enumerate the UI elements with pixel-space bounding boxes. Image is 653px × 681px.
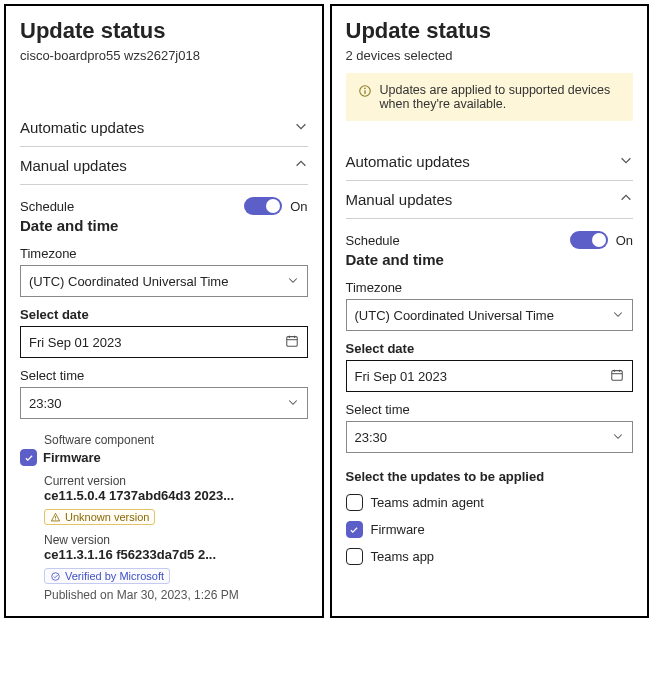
select-date-label: Select date — [346, 341, 634, 356]
unknown-version-badge: Unknown version — [44, 509, 155, 525]
select-date-label: Select date — [20, 307, 308, 322]
apply-updates-header: Select the updates to be applied — [346, 469, 634, 484]
chevron-down-icon — [294, 119, 308, 136]
time-select[interactable]: 23:30 — [346, 421, 634, 453]
calendar-icon — [285, 334, 299, 351]
section-label-automatic: Automatic updates — [20, 119, 144, 136]
software-component-label: Software component — [44, 433, 308, 447]
panel-single-device: Update status cisco-boardpro55 wzs2627j0… — [4, 4, 324, 618]
svg-rect-0 — [286, 336, 297, 346]
timezone-label: Timezone — [346, 280, 634, 295]
timezone-select[interactable]: (UTC) Coordinated Universal Time — [20, 265, 308, 297]
teams-admin-agent-label: Teams admin agent — [371, 495, 484, 510]
date-value: Fri Sep 01 2023 — [29, 335, 122, 350]
firmware-checkbox[interactable] — [346, 521, 363, 538]
chevron-down-icon — [287, 396, 299, 411]
page-title: Update status — [20, 18, 308, 44]
component-name: Firmware — [43, 450, 101, 465]
info-icon — [358, 84, 372, 98]
timezone-value: (UTC) Coordinated Universal Time — [29, 274, 228, 289]
date-value: Fri Sep 01 2023 — [355, 369, 448, 384]
section-label-manual: Manual updates — [346, 191, 453, 208]
new-version-label: New version — [44, 533, 308, 547]
section-label-automatic: Automatic updates — [346, 153, 470, 170]
select-time-label: Select time — [20, 368, 308, 383]
time-select[interactable]: 23:30 — [20, 387, 308, 419]
date-time-heading: Date and time — [20, 217, 308, 234]
chevron-down-icon — [619, 153, 633, 170]
current-version-value: ce11.5.0.4 1737abd64d3 2023... — [44, 488, 234, 503]
verified-badge: Verified by Microsoft — [44, 568, 170, 584]
teams-app-checkbox[interactable] — [346, 548, 363, 565]
panel-multi-device: Update status 2 devices selected Updates… — [330, 4, 650, 618]
time-value: 23:30 — [355, 430, 388, 445]
section-manual-updates[interactable]: Manual updates — [20, 147, 308, 185]
info-banner: Updates are applied to supported devices… — [346, 73, 634, 121]
published-date: Published on Mar 30, 2023, 1:26 PM — [44, 588, 308, 602]
schedule-status: On — [616, 233, 633, 248]
device-name: cisco-boardpro55 wzs2627j018 — [20, 48, 308, 63]
date-input[interactable]: Fri Sep 01 2023 — [20, 326, 308, 358]
banner-text: Updates are applied to supported devices… — [380, 83, 622, 111]
svg-point-8 — [364, 88, 366, 90]
timezone-label: Timezone — [20, 246, 308, 261]
schedule-status: On — [290, 199, 307, 214]
verified-icon — [50, 571, 61, 582]
date-input[interactable]: Fri Sep 01 2023 — [346, 360, 634, 392]
date-time-heading: Date and time — [346, 251, 634, 268]
device-count: 2 devices selected — [346, 48, 634, 63]
section-automatic-updates[interactable]: Automatic updates — [346, 143, 634, 181]
chevron-down-icon — [287, 274, 299, 289]
new-version-value: ce11.3.1.16 f56233da7d5 2... — [44, 547, 216, 562]
current-version-label: Current version — [44, 474, 308, 488]
firmware-label: Firmware — [371, 522, 425, 537]
calendar-icon — [610, 368, 624, 385]
time-value: 23:30 — [29, 396, 62, 411]
section-label-manual: Manual updates — [20, 157, 127, 174]
chevron-up-icon — [294, 157, 308, 174]
chevron-up-icon — [619, 191, 633, 208]
svg-point-5 — [55, 519, 56, 520]
teams-app-label: Teams app — [371, 549, 435, 564]
schedule-label: Schedule — [346, 233, 400, 248]
warning-icon — [50, 512, 61, 523]
timezone-select[interactable]: (UTC) Coordinated Universal Time — [346, 299, 634, 331]
svg-rect-10 — [612, 370, 623, 380]
svg-point-6 — [52, 572, 60, 580]
chevron-down-icon — [612, 308, 624, 323]
firmware-checkbox[interactable] — [20, 449, 37, 466]
schedule-toggle[interactable] — [244, 197, 282, 215]
schedule-label: Schedule — [20, 199, 74, 214]
timezone-value: (UTC) Coordinated Universal Time — [355, 308, 554, 323]
select-time-label: Select time — [346, 402, 634, 417]
section-manual-updates[interactable]: Manual updates — [346, 181, 634, 219]
page-title: Update status — [346, 18, 634, 44]
section-automatic-updates[interactable]: Automatic updates — [20, 109, 308, 147]
chevron-down-icon — [612, 430, 624, 445]
teams-admin-agent-checkbox[interactable] — [346, 494, 363, 511]
schedule-toggle[interactable] — [570, 231, 608, 249]
